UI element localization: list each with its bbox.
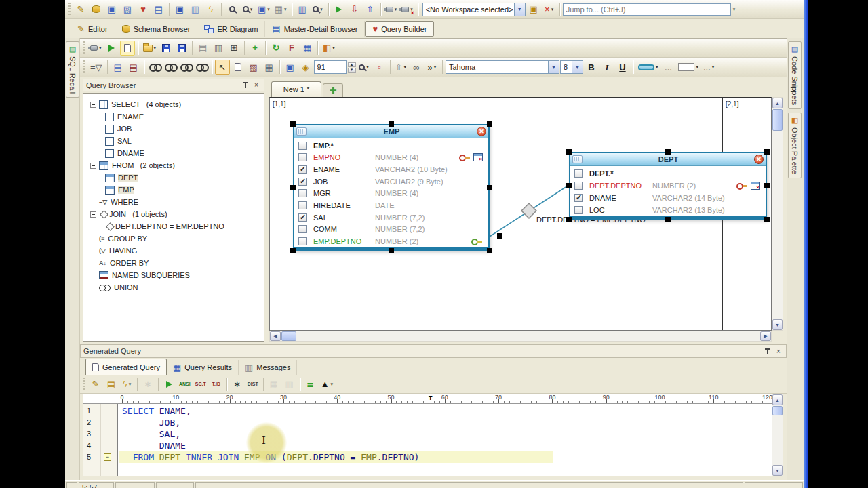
project-manager-button[interactable]: ▤ xyxy=(151,2,166,17)
toolbar-grabber[interactable] xyxy=(83,41,85,55)
connections-dropdown[interactable]: ▾ xyxy=(99,45,102,51)
underline-button[interactable]: U xyxy=(615,60,630,75)
new-connection-dropdown[interactable]: ▾ xyxy=(395,7,397,12)
global-where-clauses-button[interactable]: =▽ xyxy=(88,60,104,75)
selection-handle[interactable] xyxy=(665,217,671,222)
execute-generated-query-button[interactable] xyxy=(161,377,176,392)
add-table-button[interactable]: + xyxy=(248,41,262,56)
code-fold-box[interactable]: − xyxy=(104,453,111,461)
check-file-in-button[interactable]: ⇧ xyxy=(363,2,378,17)
execute-toad-script-button[interactable] xyxy=(332,2,347,17)
line-color-dropdown[interactable]: ▾ xyxy=(656,64,658,70)
selection-handle[interactable] xyxy=(764,217,770,222)
object-search-button[interactable]: ▾ xyxy=(240,2,255,17)
toggle-font-size-button[interactable]: F xyxy=(284,41,299,56)
scroll-left-button[interactable]: ◀ xyxy=(270,331,281,341)
column-checkbox[interactable] xyxy=(574,182,583,190)
tree-item-dept[interactable]: DEPT xyxy=(83,171,264,184)
tree-item-ename[interactable]: ENAME xyxy=(83,110,264,123)
show-model-view-button[interactable]: ▤ xyxy=(111,60,125,75)
bring-to-front-dropdown[interactable]: ▾ xyxy=(403,64,406,70)
tree-item-union[interactable]: UNION xyxy=(83,281,264,293)
new-query-button[interactable] xyxy=(120,41,135,56)
edit-query-button[interactable]: ✎ xyxy=(88,377,103,392)
dock-tab-sql-recall[interactable]: ▤SQL Recall xyxy=(66,41,79,98)
expand-collapse-box[interactable] xyxy=(90,211,96,218)
horizontal-scroll-thumb[interactable] xyxy=(281,331,296,341)
select-star-button[interactable]: ∗ xyxy=(230,377,245,392)
sql-editor[interactable]: 1SELECT ENAME,2 JOB,3 SAL,4 DNAME5− FROM… xyxy=(83,404,772,476)
line-options-button[interactable]: ... xyxy=(660,60,675,75)
union-operator-button[interactable] xyxy=(147,60,162,75)
describe-objects-button[interactable] xyxy=(224,2,239,17)
check-file-out-button[interactable]: ⇩ xyxy=(347,2,362,17)
dept-window-titlebar[interactable]: DEPT✕ xyxy=(570,153,766,166)
snap-grid-button[interactable]: ▦ xyxy=(262,60,277,75)
selection-handle[interactable] xyxy=(290,185,296,190)
database-explorer-button[interactable]: ▣ xyxy=(104,2,119,17)
workspace-combobox[interactable]: <No Workspace selected> ▼ xyxy=(422,3,526,16)
marquee-zoom-button[interactable]: ▫ xyxy=(372,60,387,75)
line-color-button[interactable]: ▾ xyxy=(636,60,660,75)
selection-handle[interactable] xyxy=(764,183,770,188)
save-file-button[interactable] xyxy=(159,41,174,56)
selection-handle[interactable] xyxy=(487,121,492,127)
close-icon[interactable]: × xyxy=(774,346,783,356)
tree-item-dept.deptno[interactable]: DEPT.DEPTNO = EMP.DEPTNO xyxy=(83,220,264,232)
close-table-button[interactable]: ✕ xyxy=(754,155,764,164)
bold-button[interactable]: B xyxy=(584,60,599,75)
scroll-right-button[interactable]: ▶ xyxy=(760,331,771,341)
toolbar-grabber[interactable] xyxy=(83,60,85,74)
workspace-dropdown-button[interactable]: ▼ xyxy=(514,3,525,16)
tab-editor[interactable]: ✎Editor xyxy=(71,21,115,37)
canvas-vertical-scrollbar[interactable]: ▲ ▼ xyxy=(772,97,783,331)
pin-icon[interactable] xyxy=(762,346,772,356)
page-setup-button[interactable]: ▧ xyxy=(246,60,261,75)
tree-item-having[interactable]: (▽HAVING xyxy=(83,245,264,257)
column-checkbox[interactable] xyxy=(574,194,583,202)
query-builder-button[interactable]: ♥ xyxy=(136,2,151,17)
object-search-dropdown[interactable]: ▾ xyxy=(250,7,253,12)
tree-item-job[interactable]: JOB xyxy=(83,123,264,135)
scroll-down-button[interactable]: ▼ xyxy=(772,319,783,330)
version-control-button[interactable]: ▦ xyxy=(267,377,281,392)
intersect-operator-button[interactable] xyxy=(178,60,193,75)
editor-vertical-scrollbar[interactable]: ▲ ▼ xyxy=(772,394,783,476)
tree-item-select[interactable]: SELECT (4 objects) xyxy=(83,98,264,110)
dock-tab-object-palette[interactable]: ◧Object Palette xyxy=(788,113,802,178)
tab-schema-browser[interactable]: Schema Browser xyxy=(115,21,198,37)
minus-operator-button[interactable] xyxy=(194,60,209,75)
column-checkbox[interactable] xyxy=(298,142,307,150)
scroll-up-button[interactable]: ▲ xyxy=(772,98,783,108)
tab-messages[interactable]: ▥Messages xyxy=(239,360,297,375)
distinct-button[interactable]: DIST xyxy=(245,377,260,392)
schema-dot-table-button[interactable]: SC.T xyxy=(193,377,208,392)
selection-handle[interactable] xyxy=(665,149,671,155)
column-checkbox[interactable] xyxy=(574,206,583,214)
new-connection-button[interactable]: ▾ xyxy=(384,2,399,17)
spin-up-icon[interactable]: ▲ xyxy=(348,62,356,67)
emp-window-titlebar[interactable]: EMP✕ xyxy=(294,125,488,138)
tree-item-order[interactable]: A↓ORDER BY xyxy=(83,257,264,269)
open-windows-button[interactable]: ▣ xyxy=(172,2,187,17)
tree-item-group[interactable]: (≡GROUP BY xyxy=(83,232,264,245)
expand-collapse-box[interactable] xyxy=(90,102,96,108)
selection-handle[interactable] xyxy=(566,217,572,222)
connections-button[interactable]: ▾ xyxy=(88,41,104,56)
print-model-button[interactable]: ▥ xyxy=(211,41,226,56)
column-checkbox[interactable] xyxy=(298,201,307,209)
tree-item-join[interactable]: JOIN (1 objects) xyxy=(83,208,264,220)
canvas-horizontal-scrollbar[interactable]: ◀ ▶ xyxy=(269,331,772,342)
tree-item-dname[interactable]: DNAME xyxy=(83,147,264,159)
window-list-dropdown[interactable]: ▾ xyxy=(267,7,270,12)
toolbar-grabber[interactable] xyxy=(68,3,71,16)
selection-mode-button[interactable]: ↖ xyxy=(215,60,230,75)
object-palette-toggle-dropdown[interactable]: ▾ xyxy=(332,45,335,51)
column-checkbox[interactable] xyxy=(298,237,307,245)
tab-master-detail-browser[interactable]: ▤Master-Detail Browser xyxy=(265,21,365,37)
tree-item-where[interactable]: =▽WHERE xyxy=(83,196,264,208)
tab-query-builder[interactable]: ♥Query Builder xyxy=(365,21,434,37)
selection-handle[interactable] xyxy=(487,248,492,253)
font-size-combobox[interactable]: 8 ▼ xyxy=(560,60,583,74)
bring-to-front-button[interactable]: ⇧▾ xyxy=(393,60,408,75)
